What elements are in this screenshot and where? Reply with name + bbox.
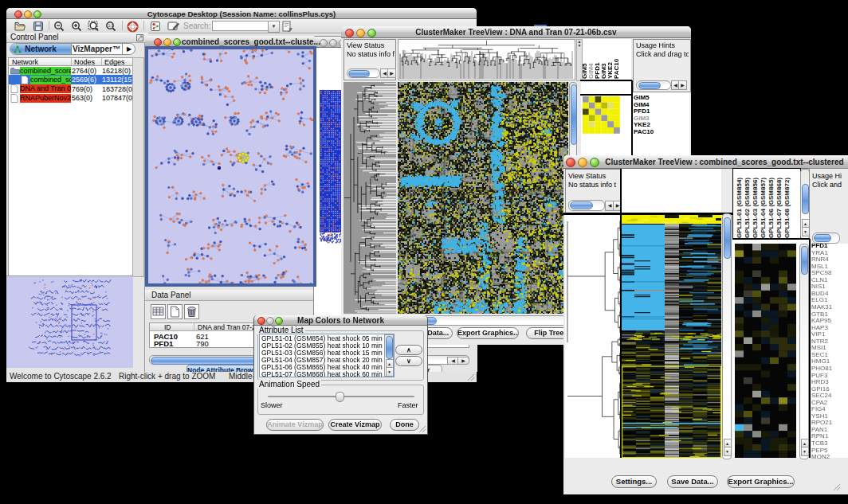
svg-text:1:1: 1:1	[108, 23, 113, 28]
